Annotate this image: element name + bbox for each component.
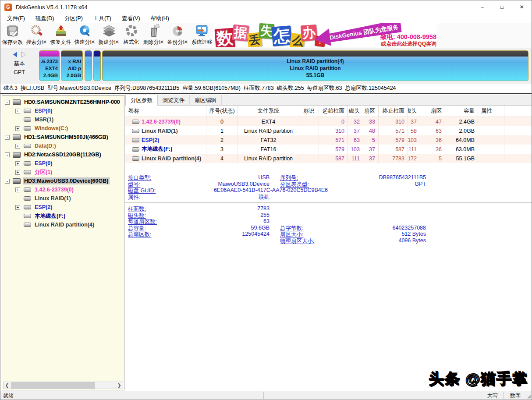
column-header-7[interactable]: 终止柱面 — [379, 106, 408, 117]
details-row: 接口类型:USB序列号:DB98765432111B5 — [125, 174, 532, 181]
next-disk-icon[interactable] — [21, 51, 26, 58]
toolbar-button-label: 快速分区 — [74, 39, 96, 46]
tree-item-13[interactable]: 本地磁盘(F:) — [2, 212, 124, 220]
tree-item-3[interactable]: +Windows(C:) — [2, 124, 124, 133]
tree-item-14[interactable]: Linux RAID partition(4) — [2, 220, 124, 229]
details-row: 每道扇区数:63 — [125, 218, 532, 225]
tree-item-10[interactable]: +1.42.6-23739(0) — [2, 185, 124, 194]
menu-item-p[interactable]: 分区(P) — [60, 14, 87, 23]
scroll-right-icon[interactable]: ❯ — [116, 382, 123, 389]
table-row-4[interactable]: Linux RAID partition(4)4Linux RAID parti… — [125, 154, 532, 163]
table-cell: 310 — [379, 117, 408, 126]
tree-item-8[interactable]: +分区(1) — [2, 168, 124, 177]
expand-icon[interactable]: + — [15, 144, 20, 149]
column-header-5[interactable]: 磁头 — [348, 106, 363, 117]
scroll-left-icon[interactable]: ❮ — [4, 382, 11, 389]
tree-horizontal-scrollbar[interactable]: ❮ ❯ — [3, 382, 123, 389]
toolbar-button-search[interactable]: 搜索分区 — [25, 23, 49, 47]
toolbar-button-migrate[interactable]: 系统迁移 — [190, 23, 214, 47]
disk-info-segment: 序列号:DB98765432111B5 — [114, 85, 179, 92]
table-cell: 48 — [363, 126, 379, 135]
tree-item-5[interactable]: +Data(D:) — [2, 142, 124, 150]
partition-icon — [24, 223, 31, 227]
detail-value: 63 — [263, 218, 270, 224]
table-cell: 36 — [420, 145, 445, 154]
toolbar-button-new-partition[interactable]: 新建分区 — [97, 23, 121, 47]
column-header-11[interactable]: 属性 — [478, 106, 504, 117]
table-cell: 64.0MB — [445, 135, 478, 145]
partition-block-4[interactable]: Linux RAID partition(4)Linux RAID partit… — [102, 50, 528, 81]
tab-0[interactable]: 分区参数 — [125, 95, 158, 107]
tree-item-7[interactable]: +ESP(0) — [2, 159, 124, 168]
backup-icon — [171, 24, 185, 38]
column-header-8[interactable]: 磁头 — [408, 106, 420, 117]
quick-partition-icon — [78, 24, 92, 38]
prev-disk-icon[interactable] — [12, 51, 18, 58]
table-cell: 55.1GB — [445, 154, 478, 163]
menu-item-f[interactable]: 文件(F) — [3, 14, 29, 23]
toolbar-button-delete[interactable]: 删除分区 — [142, 23, 166, 47]
expand-icon[interactable]: + — [15, 161, 20, 166]
tree-item-2[interactable]: MSR(1) — [2, 115, 124, 124]
tree-item-11[interactable]: Linux RAID(1) — [2, 194, 124, 203]
expand-icon[interactable]: + — [15, 205, 20, 210]
scrollbar-thumb[interactable] — [11, 382, 95, 389]
toolbar-button-recover[interactable]: 恢复文件 — [49, 23, 73, 47]
collapse-icon[interactable]: - — [5, 135, 10, 140]
column-header-3[interactable]: 标识 — [299, 106, 319, 117]
toolbar-button-backup[interactable]: 备份分区 — [166, 23, 190, 47]
resize-grip-icon[interactable]: ◢ — [527, 393, 531, 399]
expand-icon[interactable]: + — [15, 188, 20, 192]
tree-item-6[interactable]: -HD2:NetacSSD120GB(112GB) — [2, 150, 124, 159]
partition-icon — [132, 138, 139, 142]
close-button[interactable]: ✕ — [512, 0, 532, 14]
column-header-4[interactable]: 起始柱面 — [319, 106, 348, 117]
menu-item-t[interactable]: 工具(T) — [89, 14, 115, 23]
ad-qq-link[interactable]: 或点击此处选择QQ咨询 — [381, 40, 436, 47]
toolbar-button-save[interactable]: 保存更改 — [0, 23, 25, 47]
table-cell: EXT4 — [238, 117, 299, 126]
partition-block-0[interactable]: .6-2373EXT42.4GB — [39, 50, 60, 81]
collapse-icon[interactable]: - — [5, 179, 10, 184]
table-cell: 1 — [206, 126, 238, 135]
tree-item-9[interactable]: -HD3:MaiwoUSB3.0Device(60GB) — [2, 177, 124, 185]
collapse-icon[interactable]: - — [5, 152, 10, 157]
expand-icon[interactable]: + — [15, 109, 20, 113]
table-row-3[interactable]: 本地磁盘(F:)3FAT16579103375871113663.0MB — [125, 145, 532, 154]
toolbar-button-format[interactable]: 格式化 — [121, 23, 142, 47]
column-header-0[interactable]: 卷标 — [125, 106, 206, 117]
toolbar-button-quick-partition[interactable]: 快速分区 — [73, 23, 97, 47]
partition-icon — [24, 188, 31, 192]
tree-item-4[interactable]: -HD1:SAMSUNGHM500JI(466GB) — [2, 133, 124, 142]
detail-value: 125045424 — [242, 231, 270, 237]
column-header-1[interactable]: 序号(状态) — [206, 106, 238, 117]
detail-value: 64023257088 — [393, 225, 426, 231]
tab-2[interactable]: 扇区编辑 — [190, 95, 222, 106]
partition-block-2[interactable] — [85, 50, 92, 81]
tree-item-1[interactable]: +ESP(0) — [2, 106, 124, 115]
toolbar-button-label: 系统迁移 — [192, 39, 213, 46]
column-header-9[interactable]: 扇区 — [420, 106, 445, 117]
column-header-2[interactable]: 文件系统 — [238, 106, 299, 117]
partition-block-1[interactable]: x RAIAID p2.0GB — [61, 50, 83, 81]
expand-icon[interactable]: + — [15, 126, 20, 131]
maximize-button[interactable]: □ — [492, 0, 512, 14]
menu-item-v[interactable]: 查看(V) — [118, 14, 144, 23]
ad-banner[interactable]: 数据丢失怎么办! DiskGenius 团队为您服务 致电: 400-008-9… — [214, 23, 437, 47]
column-header-10[interactable]: 容量 — [445, 106, 478, 117]
tab-1[interactable]: 浏览文件 — [158, 95, 190, 106]
menu-item-d[interactable]: 磁盘(D) — [32, 14, 58, 23]
partition-block-3[interactable] — [93, 50, 101, 81]
table-row-2[interactable]: ESP(2)2FAT325716355791033664.0MB — [125, 135, 532, 145]
table-row-0[interactable]: 1.42.6-23739(0)0EXT40323331037472.4GB — [125, 117, 532, 126]
menu-item-h[interactable]: 帮助(H) — [147, 14, 173, 23]
minimize-button[interactable]: – — [472, 0, 492, 14]
table-row-1[interactable]: Linux RAID(1)1Linux RAID partition310374… — [125, 126, 532, 135]
tree-item-0[interactable]: -HD0:SAMSUNGMZNTE256HMHP-000 — [2, 98, 124, 106]
collapse-icon[interactable]: - — [5, 100, 10, 105]
expand-icon[interactable]: + — [15, 170, 20, 175]
disk-kind-label: 基本 — [0, 60, 38, 67]
partition-icon — [132, 129, 139, 133]
tree-item-12[interactable]: +ESP(2) — [2, 203, 124, 212]
column-header-6[interactable]: 扇区 — [363, 106, 379, 117]
